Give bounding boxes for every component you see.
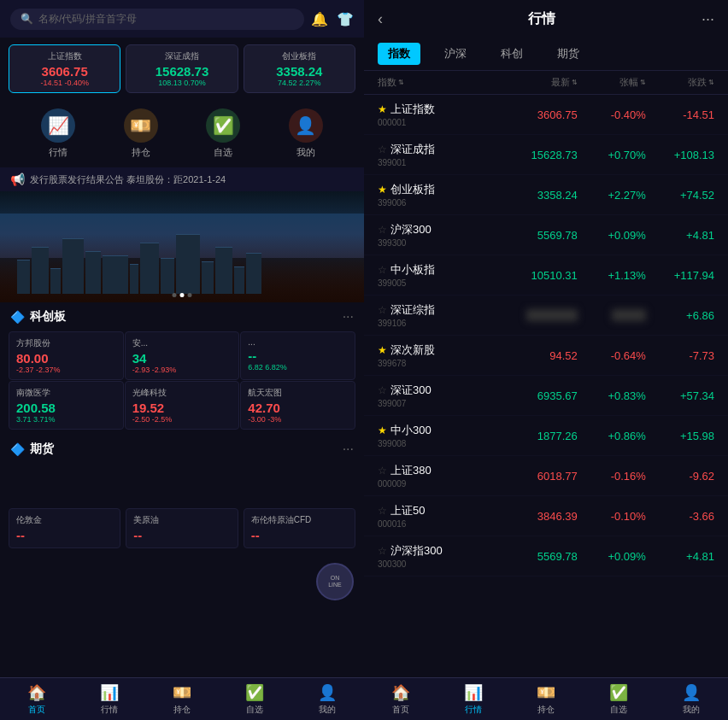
section-kechuang-header: 🔷 科创板 ··· (0, 302, 364, 331)
td-name: ☆ 中小板指 399005 (378, 262, 492, 288)
dot-3 (188, 293, 192, 297)
market-label: 行情 (49, 146, 68, 159)
index-change-2: 108.13 0.70% (133, 79, 230, 87)
right-nav-position[interactable]: 💴 持仓 (509, 678, 582, 720)
star-empty-icon[interactable]: ☆ (378, 143, 387, 155)
table-row[interactable]: ★ 深次新股 399678 94.52 -0.64% -7.73 (364, 336, 728, 376)
stock-oil[interactable]: 美原油 -- (126, 508, 238, 548)
stock-zh-name: ★ 上证指数 (378, 102, 492, 117)
th-change-label: 张跌 (688, 76, 707, 89)
kechuang-more[interactable]: ··· (343, 309, 354, 325)
table-row[interactable]: ☆ 中小板指 399005 10510.31 +1.13% +117.94 (364, 255, 728, 296)
left-nav-watchlist[interactable]: ✅ 自选 (219, 678, 291, 720)
nav-item-position[interactable]: 💴 持仓 (124, 108, 158, 159)
td-latest: 3846.39 (492, 508, 578, 524)
stock-code: 300300 (378, 559, 492, 569)
stock-zh-name: ☆ 深证综指 (378, 302, 492, 318)
stock-price-other: -- (248, 348, 348, 363)
left-panel: 🔍 名称/代码/拼音首字母 🔔 👕 上证指数 3606.75 -14.51 -0… (0, 0, 364, 720)
table-row[interactable]: ☆ 沪深指300 300300 5569.78 +0.09% +4.81 (364, 536, 728, 577)
stock-hangtian[interactable]: 航天宏图 42.70 -3.00 -3% (240, 381, 355, 430)
stock-guangfeng[interactable]: 光峰科技 19.52 -2.50 -2.5% (125, 381, 240, 430)
star-empty-icon[interactable]: ☆ (378, 224, 387, 236)
table-row[interactable]: ☆ 沪深300 399300 5569.78 +0.09% +4.81 (364, 215, 728, 255)
index-card-shenzhen[interactable]: 深证成指 15628.73 108.13 0.70% (126, 44, 238, 93)
search-icon: 🔍 (21, 13, 33, 25)
td-change-pct: +0.09% (578, 548, 646, 564)
td-name: ★ 创业板指 399006 (378, 182, 492, 208)
stock-name-gold: 伦敦金 (16, 514, 113, 526)
index-card-chuanye[interactable]: 创业板指 3358.24 74.52 2.27% (244, 44, 355, 93)
tab-indices[interactable]: 指数 (378, 43, 420, 65)
table-row[interactable]: ☆ 上证50 000016 3846.39 -0.10% -3.66 (364, 496, 728, 536)
table-row[interactable]: ★ 上证指数 000001 3606.75 -0.40% -14.51 (364, 95, 728, 135)
stock-nanwei[interactable]: 南微医学 200.58 3.71 3.71% (9, 381, 124, 430)
table-header: 指数 ⇅ 最新 ⇅ 张幅 ⇅ 张跌 ⇅ (364, 71, 728, 95)
star-empty-icon[interactable]: ☆ (378, 304, 387, 316)
star-filled-icon[interactable]: ★ (378, 344, 387, 356)
nav-item-watchlist[interactable]: ✅ 自选 (206, 108, 240, 159)
stock-code: 399006 (378, 198, 492, 208)
star-empty-icon[interactable]: ☆ (378, 264, 387, 276)
right-nav-market[interactable]: 📊 行情 (437, 678, 509, 720)
search-bar: 🔍 名称/代码/拼音首字母 🔔 👕 (0, 0, 364, 38)
star-filled-icon[interactable]: ★ (378, 103, 387, 115)
table-row[interactable]: ☆ 上证380 000009 6018.77 -0.16% -9.62 (364, 456, 728, 496)
banner-dots (173, 293, 192, 297)
latest-val: 1877.26 (537, 430, 578, 442)
stock-code: 399007 (378, 399, 492, 408)
tab-futures[interactable]: 期货 (547, 43, 590, 65)
stock-name-guangfeng: 光峰科技 (132, 387, 232, 399)
right-nav-home[interactable]: 🏠 首页 (364, 678, 437, 720)
sort-change-pct-icon: ⇅ (640, 79, 646, 86)
online-button[interactable]: ONLINE (316, 563, 354, 600)
right-market-label: 行情 (465, 704, 482, 716)
shirt-icon[interactable]: 👕 (337, 11, 354, 27)
star-filled-icon[interactable]: ★ (378, 424, 387, 436)
search-input-wrap[interactable]: 🔍 名称/代码/拼音首字母 (10, 9, 304, 30)
star-empty-icon[interactable]: ☆ (378, 465, 387, 477)
table-row[interactable]: ☆ 深证综指 399106 +6.86 (364, 296, 728, 336)
right-nav-watchlist[interactable]: ✅ 自选 (583, 678, 655, 720)
left-nav-position[interactable]: 💴 持仓 (145, 678, 218, 720)
table-row[interactable]: ★ 中小300 399008 1877.26 +0.86% +15.98 (364, 416, 728, 456)
more-button[interactable]: ··· (702, 10, 714, 28)
table-row[interactable]: ★ 创业板指 399006 3358.24 +2.27% +74.52 (364, 175, 728, 215)
left-nav-home[interactable]: 🏠 首页 (0, 678, 73, 720)
table-row[interactable]: ☆ 深证成指 399001 15628.73 +0.70% +108.13 (364, 135, 728, 175)
index-card-shangzheng[interactable]: 上证指数 3606.75 -14.51 -0.40% (9, 44, 120, 93)
td-change-pct: +0.83% (578, 388, 646, 403)
th-change-pct[interactable]: 张幅 ⇅ (578, 76, 646, 89)
td-latest: 6935.67 (492, 388, 578, 403)
tab-hushen[interactable]: 沪深 (434, 43, 477, 65)
left-nav-profile[interactable]: 👤 我的 (291, 678, 364, 720)
star-empty-icon[interactable]: ☆ (378, 505, 387, 517)
star-empty-icon[interactable]: ☆ (378, 384, 387, 396)
stock-brent[interactable]: 布伦特原油CFD -- (244, 508, 355, 548)
stock-gold[interactable]: 伦敦金 -- (9, 508, 120, 548)
change-val: +15.98 (680, 430, 714, 442)
futures-more[interactable]: ··· (343, 442, 354, 457)
bell-icon[interactable]: 🔔 (311, 11, 328, 27)
left-nav-market[interactable]: 📊 行情 (73, 678, 145, 720)
stock-zh-name: ★ 深次新股 (378, 342, 492, 358)
nav-icons: 📈 行情 💴 持仓 ✅ 自选 👤 我的 (0, 100, 364, 167)
th-name[interactable]: 指数 ⇅ (378, 76, 492, 89)
star-filled-icon[interactable]: ★ (378, 184, 387, 196)
th-change[interactable]: 张跌 ⇅ (646, 76, 714, 89)
nav-item-profile[interactable]: 👤 我的 (289, 108, 323, 159)
th-latest[interactable]: 最新 ⇅ (492, 76, 578, 89)
th-change-pct-label: 张幅 (619, 76, 638, 89)
star-empty-icon[interactable]: ☆ (378, 545, 387, 557)
stock-an[interactable]: 安... 34 -2.93 -2.93% (125, 331, 240, 380)
stock-other[interactable]: ... -- 6.82 6.82% (240, 331, 355, 380)
right-nav-profile[interactable]: 👤 我的 (655, 678, 728, 720)
dot-2 (180, 293, 185, 297)
td-change: +15.98 (646, 428, 714, 443)
stock-change-hangtian: -3.00 -3% (248, 415, 348, 424)
table-row[interactable]: ☆ 深证300 399007 6935.67 +0.83% +57.34 (364, 376, 728, 416)
tab-kechuang[interactable]: 科创 (490, 43, 533, 65)
nav-item-market[interactable]: 📈 行情 (41, 108, 75, 159)
stock-fangbang[interactable]: 方邦股份 80.00 -2.37 -2.37% (9, 331, 124, 380)
watchlist-nav-label: 自选 (246, 704, 263, 716)
